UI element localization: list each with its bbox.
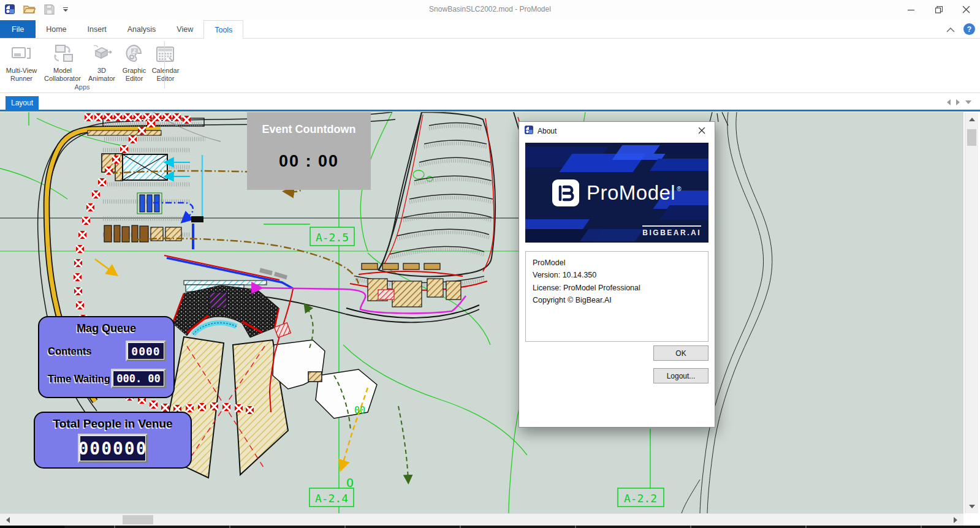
ribbon-body: Multi-ViewRunner ModelCollaborator 3DAni…	[0, 39, 980, 93]
grid-label-a25: A-2.5	[316, 231, 349, 244]
multi-view-runner-button[interactable]: Multi-ViewRunner	[2, 40, 40, 85]
grid-label-a24: A-2.4	[315, 492, 348, 505]
tab-scroll-left-icon[interactable]	[947, 99, 951, 105]
grid-label-a22: A-2.2	[624, 492, 657, 505]
scroll-up-icon[interactable]	[969, 118, 975, 121]
tab-home[interactable]: Home	[36, 20, 77, 38]
btn-label: 3D	[97, 67, 106, 74]
copyright-text: Copyright © BigBear.AI	[533, 294, 701, 306]
btn-label: Editor	[126, 75, 143, 82]
btn-label: Editor	[157, 75, 175, 82]
close-window-button[interactable]	[952, 0, 980, 20]
event-countdown-title: Event Countdown	[247, 123, 371, 136]
btn-label: Runner	[10, 75, 32, 82]
tab-file[interactable]: File	[0, 20, 36, 38]
left-parking-lot	[102, 118, 205, 242]
registered-mark: ®	[677, 186, 682, 192]
ok-button[interactable]: OK	[653, 345, 708, 361]
restore-button[interactable]	[925, 0, 952, 20]
bigbear-brandmark: BIGBEAR.AI	[642, 225, 701, 237]
palette-icon	[124, 42, 144, 66]
about-dialog: About	[518, 121, 715, 428]
license-text: License: ProModel Professional	[533, 282, 701, 294]
title-bar: SnowBasinSLC2002.mod - ProModel	[0, 0, 980, 20]
calendar-editor-button[interactable]: CalendarEditor	[150, 40, 181, 85]
multi-view-icon	[11, 42, 32, 66]
collaborate-icon	[51, 42, 74, 66]
quick-access-toolbar	[4, 3, 69, 15]
scroll-left-icon[interactable]	[6, 517, 10, 523]
promodel-banner: ProModel® BIGBEAR.AI	[525, 143, 708, 243]
layout-tab-underline	[0, 110, 980, 111]
group-separator	[164, 41, 165, 89]
mag-queue-panel: Mag Queue Contents 0000 Time Waiting 000…	[38, 316, 175, 398]
tab-layout[interactable]: Layout	[6, 96, 39, 110]
btn-label: Model	[53, 67, 72, 74]
window-title: SnowBasinSLC2002.mod - ProModel	[0, 5, 980, 13]
vertical-scrollbar[interactable]	[965, 113, 978, 513]
total-people-title: Total People in Venue	[35, 417, 191, 431]
about-dialog-title: About	[537, 127, 556, 135]
event-countdown-time: 00 : 00	[247, 152, 371, 171]
btn-label: Calendar	[152, 67, 180, 74]
btn-label: Animator	[88, 75, 115, 82]
cube-3d-icon	[91, 42, 113, 66]
promodel-wordmark: ProModel®	[587, 181, 682, 205]
contents-label: Contents	[48, 345, 92, 357]
horizontal-scroll-thumb[interactable]	[123, 515, 153, 524]
total-people-panel: Total People in Venue 000000	[34, 412, 192, 469]
btn-label: Graphic	[123, 67, 146, 74]
map-annotation-oo: 00	[354, 405, 365, 416]
model-collaborator-button[interactable]: ModelCollaborator	[40, 40, 85, 85]
promodel-logo-icon	[4, 3, 16, 15]
help-icon[interactable]: ?	[963, 23, 975, 35]
btn-label: Collaborator	[44, 75, 81, 82]
layout-tab-strip: Layout	[0, 93, 980, 110]
product-name: ProModel	[533, 257, 701, 269]
logout-button[interactable]: Logout...	[653, 368, 708, 383]
base-village-buildings	[346, 263, 479, 318]
tab-tools[interactable]: Tools	[203, 20, 243, 39]
time-waiting-counter: 000. 00	[111, 369, 166, 388]
scroll-down-icon[interactable]	[969, 505, 975, 508]
minimize-button[interactable]	[897, 0, 925, 20]
about-dialog-titlebar: About	[519, 122, 715, 140]
graphic-editor-button[interactable]: GraphicEditor	[119, 40, 150, 85]
promodel-logo-icon	[524, 125, 534, 137]
map-annotation-o: O	[346, 475, 354, 490]
scroll-right-icon[interactable]	[954, 517, 957, 523]
contents-counter: 0000	[126, 341, 166, 361]
tab-view[interactable]: View	[166, 20, 203, 38]
calendar-icon	[156, 42, 175, 66]
time-waiting-label: Time Waiting	[48, 373, 110, 385]
ribbon-tab-bar: File Home Insert Analysis View Tools	[0, 20, 980, 39]
customize-toolbar-icon[interactable]	[63, 7, 69, 12]
taskbar-edge	[0, 526, 980, 528]
btn-label: Multi-View	[6, 67, 37, 74]
layout-canvas[interactable]: A-2.5 A-2.4 A-2.2 00 O Event Countdown 0…	[0, 112, 963, 513]
save-icon[interactable]	[43, 3, 55, 15]
promodel-b-logo	[552, 179, 579, 206]
tab-scroll-right-icon[interactable]	[956, 99, 960, 105]
tab-insert[interactable]: Insert	[77, 20, 117, 38]
event-countdown-panel: Event Countdown 00 : 00	[247, 112, 371, 190]
horizontal-scrollbar[interactable]	[0, 513, 963, 526]
about-info-panel: ProModel Version: 10.14.350 License: Pro…	[525, 251, 708, 342]
tab-analysis[interactable]: Analysis	[117, 20, 167, 38]
apps-group-label: Apps	[0, 83, 164, 91]
total-people-counter: 000000	[78, 434, 148, 463]
apps-group: Multi-ViewRunner ModelCollaborator 3DAni…	[0, 39, 164, 92]
open-folder-icon[interactable]	[23, 3, 36, 15]
version-text: Version: 10.14.350	[533, 269, 701, 281]
vertical-scroll-thumb[interactable]	[967, 129, 976, 146]
collapse-ribbon-icon[interactable]	[946, 24, 955, 35]
3d-animator-button[interactable]: 3DAnimator	[85, 40, 119, 85]
close-dialog-button[interactable]	[689, 122, 715, 140]
tab-list-dropdown-icon[interactable]	[965, 100, 971, 104]
promodel-window: SnowBasinSLC2002.mod - ProModel File Hom…	[0, 0, 980, 528]
amphitheater	[173, 281, 279, 338]
mag-queue-title: Mag Queue	[39, 322, 173, 335]
